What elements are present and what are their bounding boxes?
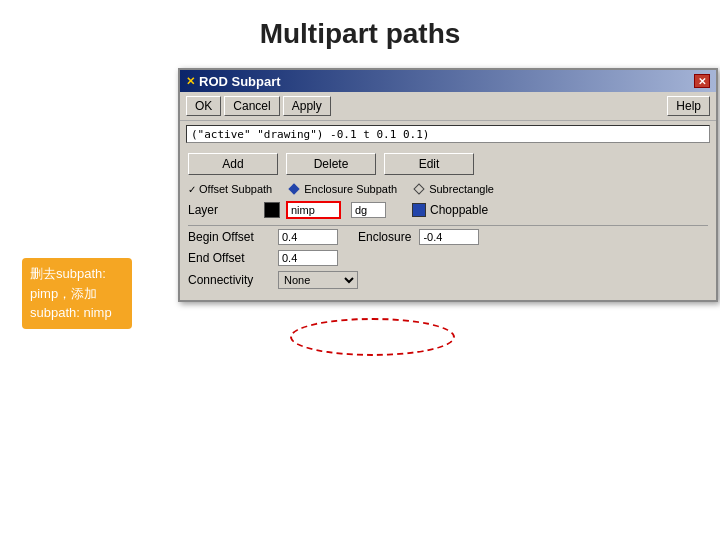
title-icon: ✕ xyxy=(186,75,195,88)
end-offset-label: End Offset xyxy=(188,251,278,265)
choppable-label: Choppable xyxy=(430,203,488,217)
ok-button[interactable]: OK xyxy=(186,96,221,116)
subrectangle-option[interactable]: Subrectangle xyxy=(415,183,494,195)
annotation-box: 删去subpath: pimp，添加 subpath: nimp xyxy=(22,258,132,329)
choppable-color-icon xyxy=(412,203,426,217)
edit-button[interactable]: Edit xyxy=(384,153,474,175)
dialog-title: ROD Subpart xyxy=(199,74,281,89)
layer-value-input[interactable] xyxy=(286,201,341,219)
separator xyxy=(188,225,708,226)
options-row: ✓ Offset Subpath Enclosure Subpath Subre… xyxy=(188,183,708,195)
check-icon: ✓ xyxy=(188,184,196,195)
begin-offset-row: Begin Offset Enclosure xyxy=(188,229,708,245)
connectivity-row: Connectivity None xyxy=(188,271,708,289)
dialog-body: Add Delete Edit ✓ Offset Subpath Enclosu… xyxy=(180,147,716,300)
highlight-circle xyxy=(290,318,455,356)
action-buttons-row: Add Delete Edit xyxy=(188,153,708,175)
close-button[interactable]: ✕ xyxy=(694,74,710,88)
dialog-window: ✕ ROD Subpart ✕ OK Cancel Apply Help ("a… xyxy=(178,68,718,302)
enclosure-subpath-label: Enclosure Subpath xyxy=(304,183,397,195)
diamond-outline-icon xyxy=(415,183,426,195)
layer-label: Layer xyxy=(188,203,258,217)
offset-subpath-option[interactable]: ✓ Offset Subpath xyxy=(188,183,272,195)
enclosure-label: Enclosure xyxy=(358,230,411,244)
end-offset-input[interactable] xyxy=(278,250,338,266)
cancel-button[interactable]: Cancel xyxy=(224,96,279,116)
help-button[interactable]: Help xyxy=(667,96,710,116)
dialog-titlebar: ✕ ROD Subpart ✕ xyxy=(180,70,716,92)
begin-offset-label: Begin Offset xyxy=(188,230,278,244)
end-offset-row: End Offset xyxy=(188,250,708,266)
dialog-toolbar: OK Cancel Apply Help xyxy=(180,92,716,121)
layer-row: Layer Choppable xyxy=(188,201,708,219)
enclosure-subpath-option[interactable]: Enclosure Subpath xyxy=(290,183,397,195)
page-title: Multipart paths xyxy=(0,0,720,62)
formula-bar: ("active" "drawing") -0.1 t 0.1 0.1) xyxy=(186,125,710,143)
enclosure-input[interactable] xyxy=(419,229,479,245)
titlebar-left: ✕ ROD Subpart xyxy=(186,74,281,89)
diamond-filled-icon xyxy=(290,183,301,195)
delete-button[interactable]: Delete xyxy=(286,153,376,175)
begin-offset-input[interactable] xyxy=(278,229,338,245)
toolbar-buttons: OK Cancel Apply xyxy=(186,96,331,116)
layer-suffix-input[interactable] xyxy=(351,202,386,218)
layer-color-swatch xyxy=(264,202,280,218)
add-button[interactable]: Add xyxy=(188,153,278,175)
apply-button[interactable]: Apply xyxy=(283,96,331,116)
choppable-option[interactable]: Choppable xyxy=(412,203,488,217)
connectivity-label: Connectivity xyxy=(188,273,278,287)
connectivity-select[interactable]: None xyxy=(278,271,358,289)
offset-subpath-label: Offset Subpath xyxy=(199,183,272,195)
subrectangle-label: Subrectangle xyxy=(429,183,494,195)
